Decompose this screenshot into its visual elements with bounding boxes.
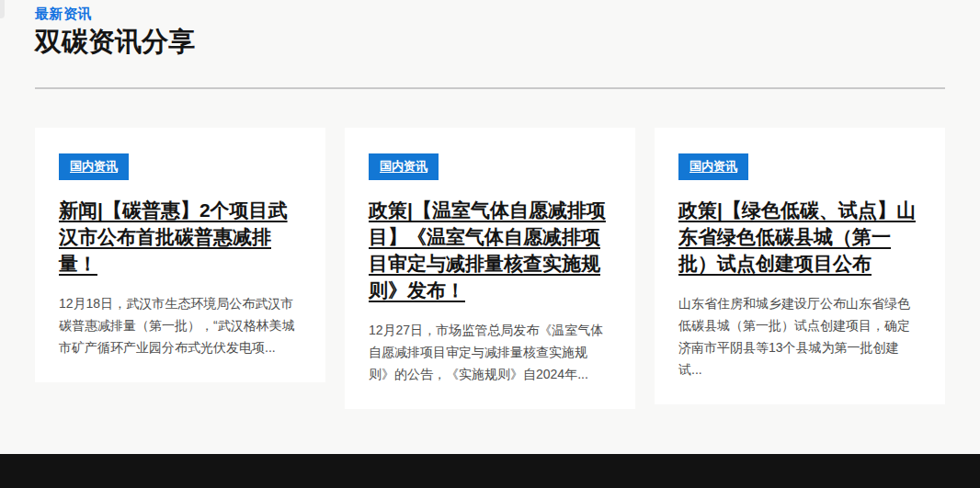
scrollbar-fragment bbox=[0, 0, 5, 18]
news-card: 国内资讯 新闻|【碳普惠】2个项目武汉市公布首批碳普惠减排量！ 12月18日，武… bbox=[35, 128, 325, 382]
section-eyebrow: 最新资讯 bbox=[35, 6, 945, 23]
divider bbox=[35, 87, 945, 89]
article-title-link[interactable]: 政策|【温室气体自愿减排项目】《温室气体自愿减排项目审定与减排量核查实施规则》发… bbox=[369, 197, 611, 303]
category-badge[interactable]: 国内资讯 bbox=[59, 153, 129, 180]
news-card: 国内资讯 政策|【绿色低碳、试点】山东省绿色低碳县城（第一批）试点创建项目公布 … bbox=[655, 128, 945, 404]
footer-bar bbox=[0, 454, 980, 488]
page: 最新资讯 双碳资讯分享 国内资讯 新闻|【碳普惠】2个项目武汉市公布首批碳普惠减… bbox=[0, 0, 980, 488]
article-excerpt: 12月27日，市场监管总局发布《温室气体自愿减排项目审定与减排量核查实施规则》的… bbox=[369, 319, 611, 385]
category-badge[interactable]: 国内资讯 bbox=[678, 153, 748, 180]
section-header: 最新资讯 双碳资讯分享 bbox=[35, 6, 945, 89]
news-card-grid: 国内资讯 新闻|【碳普惠】2个项目武汉市公布首批碳普惠减排量！ 12月18日，武… bbox=[35, 128, 945, 409]
news-card: 国内资讯 政策|【温室气体自愿减排项目】《温室气体自愿减排项目审定与减排量核查实… bbox=[345, 128, 635, 409]
article-excerpt: 山东省住房和城乡建设厅公布山东省绿色低碳县城（第一批）试点创建项目，确定济南市平… bbox=[678, 292, 921, 380]
page-title: 双碳资讯分享 bbox=[35, 26, 945, 57]
content-container: 最新资讯 双碳资讯分享 国内资讯 新闻|【碳普惠】2个项目武汉市公布首批碳普惠减… bbox=[0, 0, 980, 409]
category-badge[interactable]: 国内资讯 bbox=[369, 153, 439, 180]
article-excerpt: 12月18日，武汉市生态环境局公布武汉市碳普惠减排量（第一批），“武汉格林美城市… bbox=[59, 292, 302, 358]
article-title-link[interactable]: 政策|【绿色低碳、试点】山东省绿色低碳县城（第一批）试点创建项目公布 bbox=[678, 197, 921, 277]
article-title-link[interactable]: 新闻|【碳普惠】2个项目武汉市公布首批碳普惠减排量！ bbox=[59, 197, 302, 277]
